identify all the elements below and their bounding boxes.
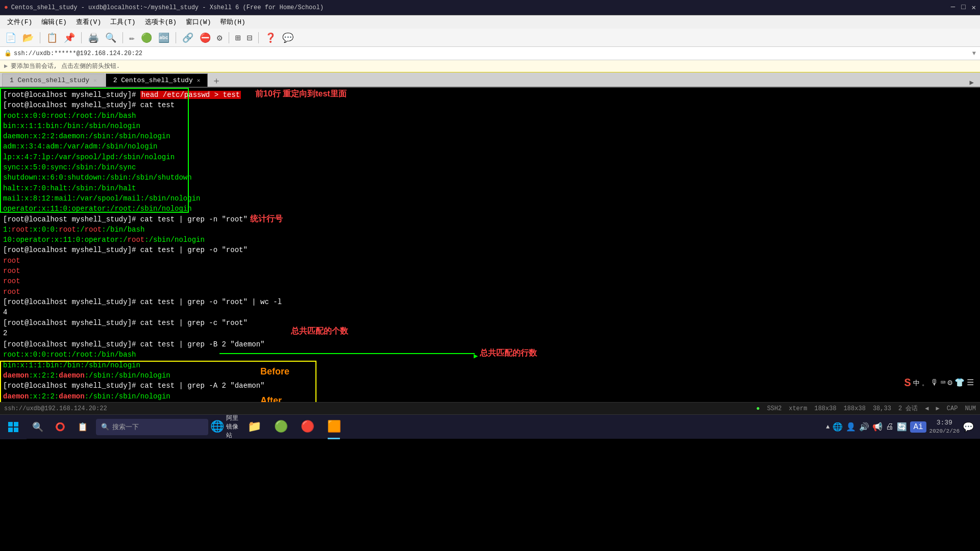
status-xterm: xterm bbox=[789, 405, 807, 412]
grep-o-4: root bbox=[3, 287, 977, 297]
annotation-total-match: 总共匹配的个数 bbox=[291, 325, 348, 337]
menu-help[interactable]: 帮助(H) bbox=[216, 16, 249, 28]
svg-rect-2 bbox=[8, 428, 13, 432]
notification-icon[interactable]: 💬 bbox=[963, 421, 974, 433]
taskbar-file-explorer[interactable]: 📁 bbox=[241, 415, 267, 439]
menu-window[interactable]: 窗口(W) bbox=[182, 16, 215, 28]
taskbar-search-input[interactable] bbox=[112, 423, 203, 431]
menubar: 文件(F) 编辑(E) 查看(V) 工具(T) 选项卡(B) 窗口(W) 帮助(… bbox=[0, 15, 980, 29]
find-button[interactable]: 🔍 bbox=[103, 31, 118, 44]
settings-button[interactable]: ⚙️ bbox=[215, 31, 225, 44]
maximize-button[interactable]: □ bbox=[961, 3, 965, 12]
split-button[interactable]: ⊟ bbox=[245, 31, 255, 44]
ie-label: 阿里镜像站 bbox=[226, 414, 241, 440]
browser-green-icon: 🟢 bbox=[274, 420, 288, 434]
grep-o-3: root bbox=[3, 276, 977, 286]
taskbar-xshell[interactable]: 🟧 bbox=[321, 415, 347, 439]
search-icon: 🔍 bbox=[32, 421, 43, 433]
connect-button[interactable]: 🔗 bbox=[180, 31, 195, 44]
annotation-after: After bbox=[260, 394, 282, 402]
layout-button[interactable]: ⊞ bbox=[233, 31, 243, 44]
ssh-icon: 🔒 bbox=[4, 49, 12, 57]
svg-rect-0 bbox=[8, 422, 13, 427]
grep-c-result: 2 bbox=[3, 328, 977, 338]
punct-icon: 。 bbox=[922, 379, 928, 389]
tab-add-button[interactable]: ＋ bbox=[209, 74, 224, 87]
new-session-button[interactable]: 📄 bbox=[3, 31, 18, 44]
tab-2-close[interactable]: ✕ bbox=[197, 77, 201, 84]
help-button[interactable]: ❓ bbox=[263, 31, 278, 44]
svg-rect-1 bbox=[14, 422, 18, 427]
titlebar-controls[interactable]: ─ □ ✕ bbox=[951, 3, 976, 12]
compose-button[interactable]: ✏️ bbox=[127, 31, 137, 44]
grep-o-2: root bbox=[3, 266, 977, 276]
color-button[interactable]: 🟢 bbox=[139, 31, 154, 44]
multitask-button[interactable]: 📋 bbox=[71, 415, 94, 439]
xshell-icon: 🟧 bbox=[327, 420, 341, 434]
notif-arrow-icon: ▶ bbox=[4, 62, 8, 70]
status-ssh: ssh://uxdb@192.168.124.20:22 bbox=[4, 405, 107, 412]
status-nav-right[interactable]: ▶ bbox=[936, 405, 940, 412]
user-icon: 👤 bbox=[846, 422, 856, 432]
tab-2[interactable]: 2 Centos_shell_study ✕ bbox=[106, 73, 208, 87]
mic-icon: 🎙 bbox=[930, 378, 939, 389]
toolbar-separator6 bbox=[258, 32, 259, 43]
info-button[interactable]: 💬 bbox=[280, 31, 296, 44]
menu-tabs[interactable]: 选项卡(B) bbox=[141, 16, 181, 28]
menu-edit[interactable]: 编辑(E) bbox=[37, 16, 70, 28]
menu-tools[interactable]: 工具(T) bbox=[106, 16, 139, 28]
start-button[interactable] bbox=[0, 415, 27, 439]
status-nav-left[interactable]: ◀ bbox=[925, 405, 928, 412]
windows-logo-icon bbox=[8, 421, 19, 433]
terminal[interactable]: [root@localhost myshell_study]# head /et… bbox=[0, 88, 980, 402]
tab-arrow-right[interactable]: ▶ bbox=[966, 78, 978, 87]
font-button[interactable]: 🔤 bbox=[156, 31, 172, 44]
speaker-icon: 🔊 bbox=[859, 422, 869, 432]
toolbar-separator3 bbox=[122, 32, 123, 43]
arrow-head-c: ▶ bbox=[474, 351, 478, 361]
copy-button[interactable]: 📋 bbox=[44, 31, 60, 44]
close-button[interactable]: ✕ bbox=[972, 3, 976, 12]
terminal-line-6: [root@localhost myshell_study]# cat test… bbox=[3, 318, 977, 328]
prompt-4: [root@localhost myshell_study]# bbox=[3, 246, 140, 254]
ie-taskbar-button[interactable]: 🌐 阿里镜像站 bbox=[210, 415, 241, 439]
taskbar-browser-red[interactable]: 🔴 bbox=[294, 415, 321, 439]
minimize-button[interactable]: ─ bbox=[951, 3, 955, 12]
task-view-button[interactable]: ⭕ bbox=[49, 415, 71, 439]
taskbar-search-box[interactable]: 🔍 bbox=[96, 419, 208, 435]
menu-file[interactable]: 文件(F) bbox=[3, 16, 36, 28]
address-arrow[interactable]: ▼ bbox=[972, 50, 976, 57]
grep-n-line-2: 10:operator:x:11:0:operator:/root:/sbin/… bbox=[3, 235, 977, 245]
search-box-icon: 🔍 bbox=[101, 423, 109, 431]
keyboard-icon: ⌨ bbox=[941, 378, 946, 389]
print-button[interactable]: 🖨️ bbox=[86, 31, 101, 44]
terminal-line-3: [root@localhost myshell_study]# cat test… bbox=[3, 214, 977, 224]
task-view-icon: ⭕ bbox=[55, 422, 65, 432]
taskbar: 🔍 ⭕ 📋 🔍 🌐 阿里镜像站 📁 🟢 🔴 🟧 ▲ 🌐 👤 🔊 📢 🖨 🔄 bbox=[0, 414, 980, 439]
volume-icon: 📢 bbox=[872, 422, 883, 432]
menu-view[interactable]: 查看(V) bbox=[72, 16, 105, 28]
tab-1[interactable]: 1 Centos_shell_study ✕ bbox=[2, 73, 105, 87]
toolbar-separator2 bbox=[81, 32, 82, 43]
disconnect-button[interactable]: ⛔ bbox=[198, 31, 213, 44]
ai-label[interactable]: Ai bbox=[910, 421, 926, 433]
settings2-icon: ⚙ bbox=[947, 378, 952, 389]
green-box-top bbox=[0, 88, 189, 213]
toolbar: 📄 📂 📋 📌 🖨️ 🔍 ✏️ 🟢 🔤 🔗 ⛔ ⚙️ ⊞ ⊟ ❓ 💬 bbox=[0, 29, 980, 47]
search-taskbar-button[interactable]: 🔍 bbox=[27, 415, 49, 439]
lang-icon: 中 bbox=[913, 379, 920, 389]
annotation-redirect: 前10行 重定向到test里面 bbox=[255, 88, 347, 99]
titlebar-left: ● Centos_shell_study - uxdb@localhost:~/… bbox=[4, 4, 324, 11]
notif-text: 要添加当前会话, 点击左侧的箭头按钮. bbox=[11, 62, 120, 70]
open-button[interactable]: 📂 bbox=[20, 31, 36, 44]
status-ssh2-label: SSH2 bbox=[767, 405, 782, 412]
annotation-before: Before bbox=[260, 365, 289, 378]
tab-1-close[interactable]: ✕ bbox=[93, 77, 97, 84]
taskbar-browser-green[interactable]: 🟢 bbox=[267, 415, 294, 439]
printer-icon: 🖨 bbox=[886, 422, 894, 432]
browser-red-icon: 🔴 bbox=[301, 420, 314, 434]
paste-button[interactable]: 📌 bbox=[62, 31, 77, 44]
systray-up-arrow[interactable]: ▲ bbox=[826, 423, 829, 431]
prompt-7: [root@localhost myshell_study]# bbox=[3, 340, 140, 348]
network-icon: 🌐 bbox=[832, 422, 843, 432]
